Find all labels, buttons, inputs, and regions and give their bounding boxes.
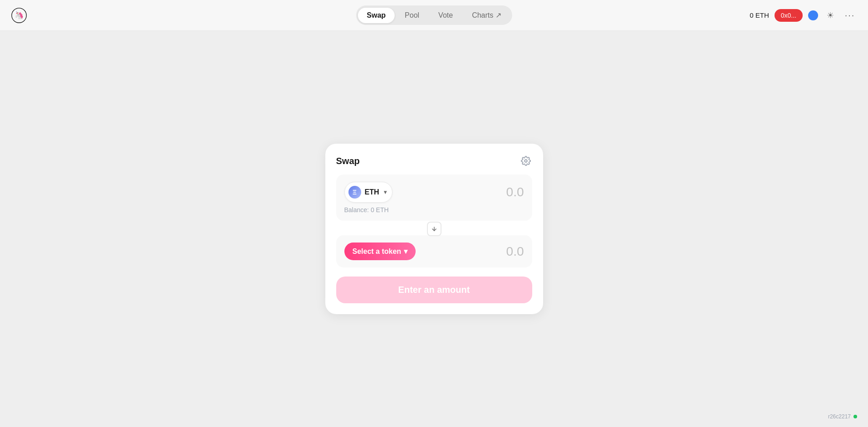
nav-vote[interactable]: Vote	[429, 8, 462, 23]
enter-amount-button[interactable]: Enter an amount	[336, 277, 532, 303]
swap-card: Swap Ξ ETH ▾ 0.0 Balance: 0 ETH	[325, 144, 543, 314]
from-token-name: ETH	[365, 188, 379, 196]
swap-direction-button[interactable]	[427, 222, 441, 236]
from-token-balance: Balance: 0 ETH	[344, 206, 524, 214]
select-token-label: Select a token	[353, 247, 402, 256]
from-token-chevron: ▾	[384, 189, 387, 195]
swap-card-header: Swap	[336, 155, 532, 167]
nav-right: 0 ETH 0x0... ☀ ···	[750, 8, 857, 23]
theme-toggle-button[interactable]: ☀	[824, 9, 837, 22]
header: 🦄 Swap Pool Vote Charts ↗ 0 ETH 0x0... ☀…	[0, 0, 868, 31]
to-token-box: Select a token ▾ 0.0	[336, 235, 532, 267]
eth-icon: Ξ	[348, 186, 361, 199]
uniswap-logo-icon[interactable]: 🦄	[11, 7, 27, 24]
nav-charts[interactable]: Charts ↗	[463, 7, 510, 23]
select-token-chevron: ▾	[404, 247, 407, 256]
nav-center: Swap Pool Vote Charts ↗	[356, 5, 512, 25]
to-token-row: Select a token ▾ 0.0	[344, 243, 524, 260]
logo-area: 🦄	[11, 7, 27, 24]
bottom-status: r26c2217	[828, 413, 857, 420]
svg-point-2	[525, 160, 527, 162]
eth-balance: 0 ETH	[750, 11, 769, 19]
select-token-button[interactable]: Select a token ▾	[344, 243, 416, 260]
settings-icon[interactable]	[520, 155, 532, 167]
network-indicator[interactable]	[808, 10, 818, 20]
swap-card-title: Swap	[336, 156, 360, 166]
nav-swap[interactable]: Swap	[358, 8, 395, 23]
from-token-box: Ξ ETH ▾ 0.0 Balance: 0 ETH	[336, 175, 532, 221]
more-options-button[interactable]: ···	[843, 8, 857, 23]
from-token-selector[interactable]: Ξ ETH ▾	[344, 182, 392, 203]
status-dot	[853, 415, 857, 418]
main-content: Swap Ξ ETH ▾ 0.0 Balance: 0 ETH	[0, 31, 868, 427]
from-token-amount[interactable]: 0.0	[506, 185, 524, 199]
svg-text:🦄: 🦄	[15, 10, 24, 20]
to-token-amount: 0.0	[506, 244, 524, 259]
wallet-address-button[interactable]: 0x0...	[775, 9, 803, 22]
nav-pool[interactable]: Pool	[396, 8, 428, 23]
block-number: r26c2217	[828, 413, 851, 420]
swap-direction-container	[336, 223, 532, 235]
from-token-row: Ξ ETH ▾ 0.0	[344, 182, 524, 203]
